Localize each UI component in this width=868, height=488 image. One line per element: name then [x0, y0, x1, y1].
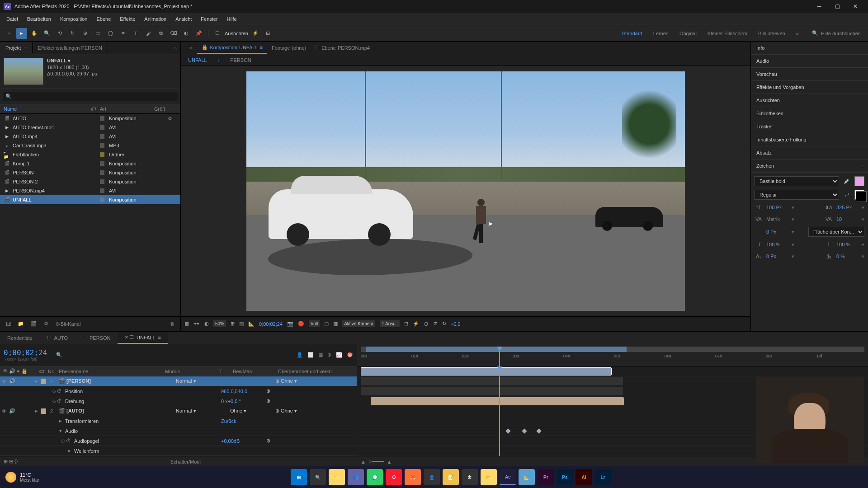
- project-search[interactable]: 🔍: [3, 92, 178, 101]
- switches-modes[interactable]: Schalter/Modi: [170, 459, 201, 465]
- brush-tool[interactable]: 🖌: [143, 28, 154, 39]
- fast-preview-icon[interactable]: ⚡: [413, 321, 419, 327]
- comp-tab-render[interactable]: ×: [181, 42, 197, 53]
- rp-zeichen[interactable]: Zeichen≡: [751, 160, 868, 173]
- col-type[interactable]: Art: [100, 106, 154, 112]
- tl-tab-renderliste[interactable]: Renderliste: [0, 333, 40, 343]
- workspace-lernen[interactable]: Lernen: [653, 31, 669, 36]
- menu-bearbeiten[interactable]: Bearbeiten: [23, 14, 56, 23]
- timeline-layer[interactable]: ◇ ⏱ Audiopegel+0,00dB⊚: [0, 436, 357, 446]
- taskbar-ae[interactable]: Ae: [500, 469, 516, 485]
- menu-effekte[interactable]: Effekte: [115, 14, 140, 23]
- stroke-color-swatch[interactable]: [854, 190, 864, 200]
- rp-audio[interactable]: Audio: [751, 55, 868, 68]
- panel-expand-icon[interactable]: »: [170, 45, 180, 51]
- col-size[interactable]: Größ: [154, 106, 177, 112]
- project-item[interactable]: 🎬PERSONKomposition: [0, 168, 180, 177]
- orbit-tool[interactable]: ⟲: [54, 28, 65, 39]
- timeline-layer[interactable]: 👁🔊▸2🎬 [AUTO]Normal ▾Ohne ▾⊚ Ohne ▾: [0, 406, 357, 416]
- text-tool[interactable]: T: [130, 28, 141, 39]
- rp-tracker[interactable]: Tracker: [751, 120, 868, 133]
- adjustment-icon[interactable]: ⚙: [42, 319, 51, 328]
- snap-grid-icon[interactable]: ⊞: [263, 28, 274, 39]
- comp-subtab-person[interactable]: PERSON: [226, 56, 255, 65]
- ruler-icon[interactable]: 📐: [248, 321, 255, 327]
- rp-absatz[interactable]: Absatz: [751, 146, 868, 160]
- menu-ebene[interactable]: Ebene: [92, 14, 115, 23]
- refresh-icon[interactable]: ↻: [442, 321, 446, 327]
- camera-select[interactable]: Aktive Kamera: [342, 320, 375, 327]
- interpret-footage-icon[interactable]: 🎞: [4, 319, 13, 328]
- col-label-icon[interactable]: 🏷: [91, 106, 100, 112]
- hand-tool[interactable]: ✋: [29, 28, 40, 39]
- timeline-search[interactable]: 🔍: [56, 352, 62, 358]
- fill-color-swatch[interactable]: [854, 176, 864, 186]
- project-item[interactable]: ♪Car Crash.mp3MP3: [0, 141, 180, 150]
- pan-behind-tool[interactable]: ⊕: [80, 28, 90, 39]
- new-folder-icon[interactable]: 📁: [16, 319, 25, 328]
- close-button[interactable]: ✕: [846, 0, 864, 13]
- zoom-out-icon[interactable]: ▲: [361, 459, 366, 465]
- views-select[interactable]: 1 Ansi...: [380, 320, 400, 327]
- current-time[interactable]: 0;00;02;24: [259, 321, 283, 327]
- help-search[interactable]: Hilfe durchsuchen: [821, 31, 861, 36]
- taskbar-opera[interactable]: O: [386, 469, 402, 485]
- taskbar-ai[interactable]: Ai: [576, 469, 592, 485]
- flowchart-icon[interactable]: ⚗: [433, 321, 438, 327]
- snap-opt-icon[interactable]: ⚡: [250, 28, 261, 39]
- taskbar-lr[interactable]: Lr: [594, 469, 611, 485]
- minimize-button[interactable]: ─: [810, 0, 828, 13]
- taskbar-explorer[interactable]: 📁: [329, 469, 345, 485]
- kerning[interactable]: Metrik: [766, 216, 788, 222]
- swap-icon[interactable]: ⇄: [843, 191, 851, 199]
- grid-icon[interactable]: ⊞: [231, 321, 235, 327]
- start-button[interactable]: ⊞: [291, 469, 307, 485]
- toggle-switches-icon[interactable]: ⊞ ⊟ {}: [4, 459, 18, 465]
- project-tab[interactable]: Projekt≡: [0, 42, 33, 53]
- home-icon[interactable]: ⌂: [4, 28, 14, 39]
- project-item[interactable]: 🎬AUTOKomposition⚙: [0, 114, 180, 123]
- timeline-layer[interactable]: ▾ Audio: [0, 426, 357, 436]
- baseline-shift[interactable]: 0 Px: [766, 253, 788, 259]
- snapshot-icon[interactable]: 📷: [287, 321, 293, 327]
- zoom-in-icon[interactable]: ▲: [387, 459, 392, 465]
- zoom-slider[interactable]: ○━━━━: [368, 459, 384, 465]
- tl-tab-unfall[interactable]: × ☐ UNFALL ≡: [118, 332, 168, 344]
- timeline-icon[interactable]: ⏱: [424, 321, 429, 327]
- workspace-original[interactable]: Original: [679, 31, 697, 36]
- project-item[interactable]: 🎬PERSON 2Komposition: [0, 177, 180, 186]
- trash-icon[interactable]: 🗑: [168, 319, 177, 328]
- workspace-more-icon[interactable]: »: [796, 31, 799, 36]
- taskbar-search[interactable]: 🔍: [310, 469, 326, 485]
- exposure[interactable]: +0,0: [451, 321, 461, 327]
- snap-checkbox[interactable]: ☐: [212, 28, 223, 39]
- roto-tool[interactable]: ◐: [181, 28, 192, 39]
- tl-motionblur-icon[interactable]: ⊚: [327, 352, 331, 358]
- alpha-icon[interactable]: ▦: [184, 321, 189, 327]
- tsume[interactable]: 0 %: [836, 253, 858, 259]
- rp-vorschau[interactable]: Vorschau: [751, 68, 868, 81]
- timeline-layer[interactable]: ◇ ⏱ Position960,0,540,0⊚: [0, 386, 357, 396]
- tl-frameblend-icon[interactable]: ▦: [318, 352, 323, 358]
- taskbar-whatsapp[interactable]: 💬: [367, 469, 383, 485]
- project-item[interactable]: ▸ 📁FarbflächenOrdner: [0, 150, 180, 159]
- project-item[interactable]: 🎬UNFALLKomposition: [0, 195, 180, 204]
- taskbar-ps[interactable]: Ps: [557, 469, 573, 485]
- rp-info[interactable]: Info: [751, 42, 868, 55]
- mask-icon[interactable]: ◐: [204, 321, 209, 327]
- taskbar-clock[interactable]: ⏱: [462, 469, 478, 485]
- resolution-select[interactable]: Voll: [309, 320, 320, 327]
- project-item[interactable]: ▶PERSON.mp4AVI: [0, 186, 180, 195]
- workspace-standard[interactable]: Standard: [622, 31, 642, 36]
- workspace-bibliotheken[interactable]: Bibliotheken: [758, 31, 785, 36]
- tl-shy-icon[interactable]: 👤: [297, 352, 303, 358]
- comp-tab-footage[interactable]: Footage (ohne): [267, 42, 311, 53]
- taskbar-app1[interactable]: 👤: [424, 469, 440, 485]
- tl-tab-person[interactable]: ☐ PERSON: [75, 332, 118, 343]
- project-item[interactable]: ▶AUTO bremst.mp4AVI: [0, 123, 180, 132]
- clone-tool[interactable]: ⧉: [156, 28, 166, 39]
- effect-controls-tab[interactable]: Effekteinstellungen PERSON: [33, 42, 108, 53]
- tracking[interactable]: 10: [836, 216, 858, 222]
- zoom-level[interactable]: 50%: [213, 320, 226, 327]
- taskbar-firefox[interactable]: 🦊: [405, 469, 421, 485]
